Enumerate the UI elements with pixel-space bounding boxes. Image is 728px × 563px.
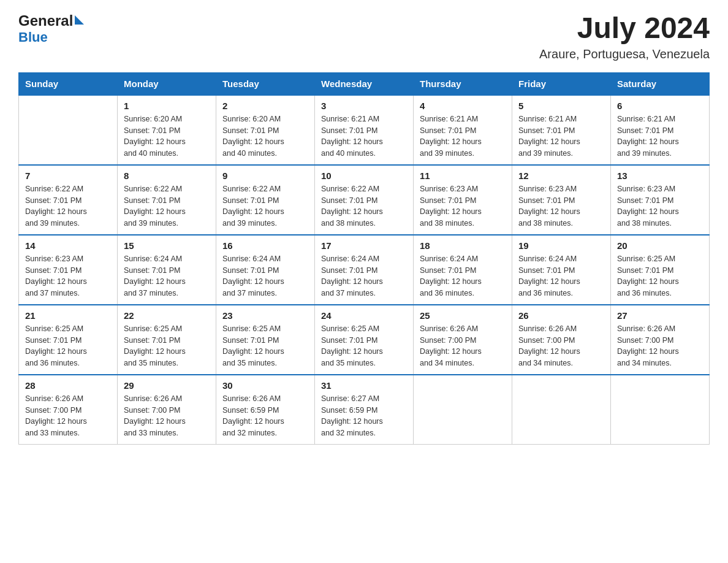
day-number: 19 [518, 240, 604, 251]
day-info: Sunrise: 6:23 AMSunset: 7:01 PMDaylight:… [420, 183, 506, 229]
day-info: Sunrise: 6:24 AMSunset: 7:01 PMDaylight:… [420, 253, 506, 299]
day-info: Sunrise: 6:26 AMSunset: 6:59 PMDaylight:… [222, 393, 308, 439]
table-row: 5Sunrise: 6:21 AMSunset: 7:01 PMDaylight… [512, 95, 611, 165]
calendar-week-row: 7Sunrise: 6:22 AMSunset: 7:01 PMDaylight… [19, 165, 710, 235]
day-info: Sunrise: 6:21 AMSunset: 7:01 PMDaylight:… [420, 113, 506, 159]
table-row: 15Sunrise: 6:24 AMSunset: 7:01 PMDayligh… [118, 235, 216, 305]
table-row: 13Sunrise: 6:23 AMSunset: 7:01 PMDayligh… [611, 165, 710, 235]
day-number: 17 [321, 240, 407, 251]
day-number: 23 [222, 310, 308, 321]
day-number: 2 [222, 101, 308, 111]
day-number: 7 [25, 170, 111, 181]
day-number: 27 [617, 310, 703, 321]
table-row: 6Sunrise: 6:21 AMSunset: 7:01 PMDaylight… [611, 95, 710, 165]
logo-line1: General [18, 12, 84, 29]
day-number: 8 [124, 170, 210, 181]
day-number: 30 [222, 380, 308, 391]
table-row: 31Sunrise: 6:27 AMSunset: 6:59 PMDayligh… [315, 375, 414, 445]
day-number: 10 [321, 170, 407, 181]
col-wednesday: Wednesday [315, 72, 414, 95]
table-row [19, 95, 118, 165]
table-row: 4Sunrise: 6:21 AMSunset: 7:01 PMDaylight… [414, 95, 512, 165]
day-number: 31 [321, 380, 407, 391]
table-row: 23Sunrise: 6:25 AMSunset: 7:01 PMDayligh… [216, 305, 315, 375]
day-info: Sunrise: 6:26 AMSunset: 7:00 PMDaylight:… [518, 323, 604, 369]
day-info: Sunrise: 6:26 AMSunset: 7:00 PMDaylight:… [124, 393, 210, 439]
table-row: 22Sunrise: 6:25 AMSunset: 7:01 PMDayligh… [118, 305, 216, 375]
col-tuesday: Tuesday [216, 72, 315, 95]
logo-chevron-icon [75, 15, 84, 25]
day-number: 24 [321, 310, 407, 321]
day-info: Sunrise: 6:24 AMSunset: 7:01 PMDaylight:… [321, 253, 407, 299]
table-row: 2Sunrise: 6:20 AMSunset: 7:01 PMDaylight… [216, 95, 315, 165]
table-row: 9Sunrise: 6:22 AMSunset: 7:01 PMDaylight… [216, 165, 315, 235]
day-info: Sunrise: 6:22 AMSunset: 7:01 PMDaylight:… [124, 183, 210, 229]
page-header: General Blue July 2024 Araure, Portugues… [18, 12, 710, 61]
day-info: Sunrise: 6:21 AMSunset: 7:01 PMDaylight:… [518, 113, 604, 159]
day-number: 3 [321, 101, 407, 111]
day-info: Sunrise: 6:23 AMSunset: 7:01 PMDaylight:… [25, 253, 111, 299]
day-info: Sunrise: 6:22 AMSunset: 7:01 PMDaylight:… [25, 183, 111, 229]
day-number: 18 [420, 240, 506, 251]
table-row: 12Sunrise: 6:23 AMSunset: 7:01 PMDayligh… [512, 165, 611, 235]
day-info: Sunrise: 6:26 AMSunset: 7:00 PMDaylight:… [617, 323, 703, 369]
col-friday: Friday [512, 72, 611, 95]
day-info: Sunrise: 6:25 AMSunset: 7:01 PMDaylight:… [617, 253, 703, 299]
table-row: 1Sunrise: 6:20 AMSunset: 7:01 PMDaylight… [118, 95, 216, 165]
day-number: 14 [25, 240, 111, 251]
day-info: Sunrise: 6:21 AMSunset: 7:01 PMDaylight:… [617, 113, 703, 159]
table-row: 7Sunrise: 6:22 AMSunset: 7:01 PMDaylight… [19, 165, 118, 235]
day-number: 11 [420, 170, 506, 181]
logo-wrapper: General Blue [18, 12, 84, 45]
title-block: July 2024 Araure, Portuguesa, Venezuela [539, 12, 710, 61]
table-row [512, 375, 611, 445]
table-row: 25Sunrise: 6:26 AMSunset: 7:00 PMDayligh… [414, 305, 512, 375]
logo-blue-word: Blue [18, 29, 48, 45]
logo-general-word: General [18, 12, 73, 29]
page-title: July 2024 [539, 12, 710, 45]
day-info: Sunrise: 6:21 AMSunset: 7:01 PMDaylight:… [321, 113, 407, 159]
table-row [414, 375, 512, 445]
table-row: 27Sunrise: 6:26 AMSunset: 7:00 PMDayligh… [611, 305, 710, 375]
calendar-week-row: 28Sunrise: 6:26 AMSunset: 7:00 PMDayligh… [19, 375, 710, 445]
table-row: 20Sunrise: 6:25 AMSunset: 7:01 PMDayligh… [611, 235, 710, 305]
logo: General Blue [18, 12, 84, 45]
col-monday: Monday [118, 72, 216, 95]
day-info: Sunrise: 6:27 AMSunset: 6:59 PMDaylight:… [321, 393, 407, 439]
day-number: 26 [518, 310, 604, 321]
day-number: 4 [420, 101, 506, 111]
table-row: 21Sunrise: 6:25 AMSunset: 7:01 PMDayligh… [19, 305, 118, 375]
day-number: 13 [617, 170, 703, 181]
calendar-table: Sunday Monday Tuesday Wednesday Thursday… [18, 72, 710, 445]
day-number: 22 [124, 310, 210, 321]
day-info: Sunrise: 6:25 AMSunset: 7:01 PMDaylight:… [222, 323, 308, 369]
day-info: Sunrise: 6:22 AMSunset: 7:01 PMDaylight:… [222, 183, 308, 229]
day-number: 29 [124, 380, 210, 391]
day-number: 5 [518, 101, 604, 111]
table-row [611, 375, 710, 445]
calendar-week-row: 21Sunrise: 6:25 AMSunset: 7:01 PMDayligh… [19, 305, 710, 375]
day-number: 21 [25, 310, 111, 321]
col-sunday: Sunday [19, 72, 118, 95]
table-row: 18Sunrise: 6:24 AMSunset: 7:01 PMDayligh… [414, 235, 512, 305]
day-info: Sunrise: 6:24 AMSunset: 7:01 PMDaylight:… [124, 253, 210, 299]
table-row: 30Sunrise: 6:26 AMSunset: 6:59 PMDayligh… [216, 375, 315, 445]
col-saturday: Saturday [611, 72, 710, 95]
calendar-week-row: 1Sunrise: 6:20 AMSunset: 7:01 PMDaylight… [19, 95, 710, 165]
table-row: 14Sunrise: 6:23 AMSunset: 7:01 PMDayligh… [19, 235, 118, 305]
day-info: Sunrise: 6:26 AMSunset: 7:00 PMDaylight:… [420, 323, 506, 369]
day-number: 15 [124, 240, 210, 251]
table-row: 17Sunrise: 6:24 AMSunset: 7:01 PMDayligh… [315, 235, 414, 305]
table-row: 8Sunrise: 6:22 AMSunset: 7:01 PMDaylight… [118, 165, 216, 235]
page-subtitle: Araure, Portuguesa, Venezuela [539, 47, 710, 61]
day-info: Sunrise: 6:20 AMSunset: 7:01 PMDaylight:… [222, 113, 308, 159]
day-number: 6 [617, 101, 703, 111]
col-thursday: Thursday [414, 72, 512, 95]
day-info: Sunrise: 6:24 AMSunset: 7:01 PMDaylight:… [222, 253, 308, 299]
table-row: 11Sunrise: 6:23 AMSunset: 7:01 PMDayligh… [414, 165, 512, 235]
day-info: Sunrise: 6:26 AMSunset: 7:00 PMDaylight:… [25, 393, 111, 439]
day-info: Sunrise: 6:25 AMSunset: 7:01 PMDaylight:… [321, 323, 407, 369]
day-number: 20 [617, 240, 703, 251]
day-info: Sunrise: 6:23 AMSunset: 7:01 PMDaylight:… [518, 183, 604, 229]
day-info: Sunrise: 6:25 AMSunset: 7:01 PMDaylight:… [25, 323, 111, 369]
